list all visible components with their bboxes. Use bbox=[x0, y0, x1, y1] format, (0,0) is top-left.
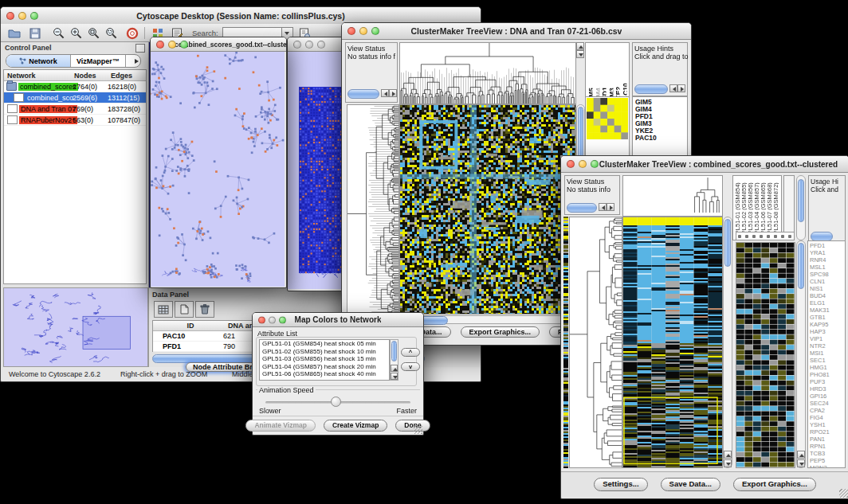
gene-label[interactable]: GTB1 bbox=[810, 314, 845, 321]
gene-label[interactable]: PUF3 bbox=[810, 378, 845, 385]
gene-label[interactable]: PFD1 bbox=[810, 242, 845, 249]
network-table-header[interactable]: Network Nodes Edges bbox=[4, 70, 146, 81]
scroll-down-icon[interactable] bbox=[724, 459, 732, 467]
attribute-list-item[interactable]: GPL51-06 (GSM865) heat shock 40 min bbox=[260, 370, 389, 378]
gene-label[interactable]: TCB3 bbox=[810, 450, 845, 457]
gene-label[interactable]: HMG1 bbox=[810, 364, 845, 371]
zoom-in-icon[interactable] bbox=[69, 26, 84, 40]
close-icon[interactable] bbox=[347, 27, 355, 35]
close-icon[interactable] bbox=[156, 41, 164, 49]
treeview-button[interactable]: Export Graphics... bbox=[733, 478, 816, 491]
scroll-right-icon[interactable] bbox=[677, 84, 685, 92]
combined-global-pixel-strip[interactable] bbox=[563, 217, 568, 468]
scroll-right-icon[interactable] bbox=[389, 89, 397, 97]
zoom-window-icon[interactable] bbox=[371, 27, 379, 35]
column-label[interactable]: GPL51-07 (GSM868) bbox=[766, 177, 772, 239]
treeview-dna-titlebar[interactable]: ClusterMaker TreeView : DNA and Tran 07-… bbox=[342, 23, 691, 40]
gene-label[interactable]: SPC98 bbox=[810, 271, 845, 278]
float-panel-icon[interactable] bbox=[135, 44, 145, 53]
gene-label[interactable]: NIS1 bbox=[810, 285, 845, 292]
gene-label[interactable]: RNR4 bbox=[810, 256, 845, 264]
gene-label[interactable]: PAC10 bbox=[635, 135, 687, 142]
zoom-window-icon[interactable] bbox=[317, 41, 325, 49]
attribute-list-item[interactable]: GPL51-03 (GSM856) heat shock 15 min bbox=[260, 355, 389, 363]
combined-status-hscrollbar[interactable] bbox=[567, 203, 597, 213]
scroll-up-icon[interactable] bbox=[724, 451, 732, 459]
dna-usage-hscrollbar[interactable] bbox=[634, 84, 668, 94]
zoom-fit-icon[interactable] bbox=[104, 26, 119, 40]
close-icon[interactable] bbox=[293, 41, 301, 49]
column-label[interactable]: GPL51-04 (GSM857) bbox=[753, 177, 760, 239]
close-icon[interactable] bbox=[6, 12, 14, 20]
combined-detail-heatmap[interactable] bbox=[736, 242, 795, 468]
gene-label[interactable]: PAN1 bbox=[810, 436, 845, 443]
gene-label[interactable]: CPA2 bbox=[810, 407, 845, 414]
attribute-table-icon[interactable] bbox=[154, 301, 173, 318]
scroll-left-icon[interactable] bbox=[669, 84, 677, 92]
dna-column-dendrogram[interactable] bbox=[399, 42, 576, 104]
minimize-icon[interactable] bbox=[359, 27, 367, 35]
dna-row-dendrogram[interactable] bbox=[347, 104, 399, 315]
save-icon[interactable] bbox=[28, 26, 42, 40]
dialog-titlebar[interactable]: Map Colors to Network bbox=[253, 313, 423, 327]
delete-attribute-trash-icon[interactable] bbox=[195, 301, 214, 318]
attribute-list-item[interactable]: GPL51-01 (GSM854) heat shock 05 min bbox=[260, 340, 389, 348]
combined-labels-vthumb[interactable] bbox=[798, 179, 804, 222]
attribute-list-vthumb[interactable] bbox=[391, 341, 397, 361]
minimize-icon[interactable] bbox=[579, 160, 587, 168]
dialog-button[interactable]: Animate Vizmap bbox=[245, 420, 316, 432]
scroll-down-icon[interactable] bbox=[797, 459, 805, 467]
treeview-button[interactable]: Export Graphics... bbox=[461, 326, 540, 338]
zoom-window-icon[interactable] bbox=[591, 160, 599, 168]
animation-speed-slider-thumb[interactable] bbox=[331, 397, 341, 407]
gene-label[interactable]: SEC24 bbox=[810, 400, 845, 407]
gene-label[interactable]: RPN1 bbox=[810, 443, 845, 450]
combined-labels-vscrollbar[interactable] bbox=[796, 175, 806, 240]
move-attribute-up-button[interactable]: ^ bbox=[401, 348, 420, 357]
minimize-icon[interactable] bbox=[18, 12, 26, 20]
scroll-down-icon[interactable] bbox=[576, 50, 584, 58]
gene-label[interactable]: MAK31 bbox=[810, 307, 845, 314]
gene-label[interactable]: BUD4 bbox=[810, 292, 845, 299]
gene-label[interactable]: MON2 bbox=[810, 464, 845, 468]
attribute-list-item[interactable]: GPL51-07 (GSM868) heat shock 60 min bbox=[260, 378, 389, 381]
combined-heatmap[interactable] bbox=[622, 217, 723, 468]
gene-label[interactable]: YSH1 bbox=[810, 421, 845, 428]
combined-vscrollbar-thumb[interactable] bbox=[724, 219, 731, 267]
gene-label[interactable]: GPI16 bbox=[810, 393, 845, 400]
resize-grip[interactable] bbox=[839, 489, 848, 498]
column-label[interactable]: YKE2 bbox=[614, 44, 620, 104]
dna-heatmap[interactable] bbox=[399, 104, 576, 315]
move-attribute-down-button[interactable]: v bbox=[401, 362, 420, 371]
close-icon[interactable] bbox=[258, 316, 265, 323]
zoom-window-icon[interactable] bbox=[279, 316, 286, 323]
attribute-list-vscrollbar[interactable] bbox=[390, 339, 398, 381]
tab-network[interactable]: Network bbox=[6, 55, 71, 67]
scroll-left-icon[interactable] bbox=[381, 89, 389, 97]
attribute-list-item[interactable]: GPL51-02 (GSM855) heat shock 10 min bbox=[260, 348, 389, 356]
gene-list-vthumb[interactable] bbox=[798, 243, 804, 289]
gene-label[interactable]: PEP5 bbox=[810, 457, 845, 464]
scroll-up-icon[interactable] bbox=[797, 451, 805, 459]
column-label[interactable]: GPL51-01 (GSM854) bbox=[734, 177, 740, 239]
gene-label[interactable]: FIG4 bbox=[810, 414, 845, 421]
column-label[interactable]: PFD1 bbox=[600, 44, 607, 104]
column-label[interactable]: GIM4 bbox=[594, 44, 600, 104]
column-label[interactable]: PAC10 bbox=[621, 44, 627, 104]
gene-label[interactable]: CLN1 bbox=[810, 278, 845, 285]
window-controls[interactable] bbox=[6, 12, 38, 20]
zoom-window-icon[interactable] bbox=[30, 12, 38, 20]
network-canvas[interactable] bbox=[151, 52, 285, 287]
dna-similarity-matrix[interactable] bbox=[587, 98, 628, 139]
gene-list-vscrollbar[interactable] bbox=[796, 240, 806, 468]
gene-label[interactable]: RPO21 bbox=[810, 428, 845, 436]
scroll-left-icon[interactable] bbox=[599, 203, 607, 211]
scroll-up-icon[interactable] bbox=[391, 365, 398, 372]
open-file-icon[interactable] bbox=[7, 26, 22, 40]
zoom-selected-icon[interactable] bbox=[87, 26, 101, 40]
column-label[interactable]: GPL51-03 (GSM856) bbox=[747, 177, 753, 239]
scroll-down-icon[interactable] bbox=[391, 373, 398, 380]
network-list-row[interactable]: RNAPuberNov2+ 563(0) 107847(0) bbox=[4, 115, 146, 126]
close-icon[interactable] bbox=[567, 160, 575, 168]
gene-label[interactable]: MSL1 bbox=[810, 264, 845, 271]
